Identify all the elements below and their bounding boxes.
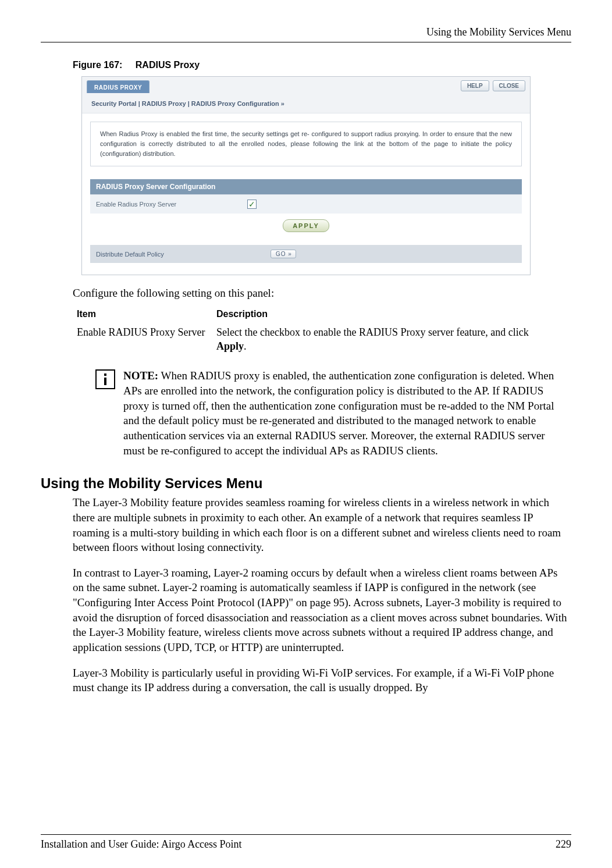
info-panel: When Radius Proxy is enabled the first t… [90, 122, 522, 166]
section-header: RADIUS Proxy Server Configuration [90, 179, 522, 194]
section-p2: In contrast to Layer-3 roaming, Layer-2 … [73, 565, 571, 655]
config-intro: Configure the following setting on this … [73, 286, 571, 301]
td-desc-a: Select the checkbox to enable the RADIUS… [216, 326, 529, 338]
panel-tab[interactable]: RADIUS PROXY [87, 80, 150, 93]
close-button[interactable]: CLOSE [493, 80, 525, 91]
footer-left: Installation and User Guide: Airgo Acces… [41, 838, 242, 851]
apply-button[interactable]: APPLY [283, 219, 329, 232]
settings-table: Item Description Enable RADIUS Proxy Ser… [77, 309, 560, 354]
help-button[interactable]: HELP [461, 80, 489, 91]
page-footer: Installation and User Guide: Airgo Acces… [41, 834, 571, 851]
footer-rule [41, 834, 571, 835]
note-box: NOTE: When RADIUS proxy is enabled, the … [95, 368, 565, 458]
th-item: Item [77, 309, 216, 319]
section-p3: Layer-3 Mobility is particularly useful … [73, 666, 571, 695]
enable-radius-label: Enable Radius Proxy Server [96, 201, 247, 208]
section-p1: The Layer-3 Mobility feature provides se… [73, 495, 571, 555]
config-row-enable: Enable Radius Proxy Server [90, 194, 522, 214]
th-description: Description [216, 309, 560, 319]
config-row-distribute: Distribute Default Policy GO » [90, 245, 522, 263]
running-header: Using the Mobility Services Menu [41, 26, 571, 38]
figure-number: Figure 167: [73, 60, 122, 70]
table-row: Enable RADIUS Proxy Server Select the ch… [77, 325, 560, 354]
distribute-policy-label: Distribute Default Policy [96, 251, 271, 258]
note-label: NOTE: [123, 369, 158, 382]
note-body: When RADIUS proxy is enabled, the authen… [123, 369, 554, 456]
page-number: 229 [556, 838, 571, 851]
td-description: Select the checkbox to enable the RADIUS… [216, 325, 560, 354]
header-rule [41, 42, 571, 42]
note-text: NOTE: When RADIUS proxy is enabled, the … [123, 368, 565, 458]
go-button[interactable]: GO » [271, 250, 296, 258]
figure-title: RADIUS Proxy [136, 60, 200, 70]
section-heading: Using the Mobility Services Menu [41, 475, 571, 492]
figure-caption: Figure 167: RADIUS Proxy [73, 60, 571, 70]
td-desc-c: . [244, 340, 247, 352]
breadcrumb: Security Portal | RADIUS Proxy | RADIUS … [82, 94, 530, 113]
figure-image: RADIUS PROXY HELP CLOSE Security Portal … [81, 76, 531, 275]
info-icon [95, 369, 115, 389]
enable-radius-checkbox[interactable] [247, 200, 257, 209]
td-item: Enable RADIUS Proxy Server [77, 325, 216, 354]
td-desc-bold: Apply [216, 340, 244, 352]
